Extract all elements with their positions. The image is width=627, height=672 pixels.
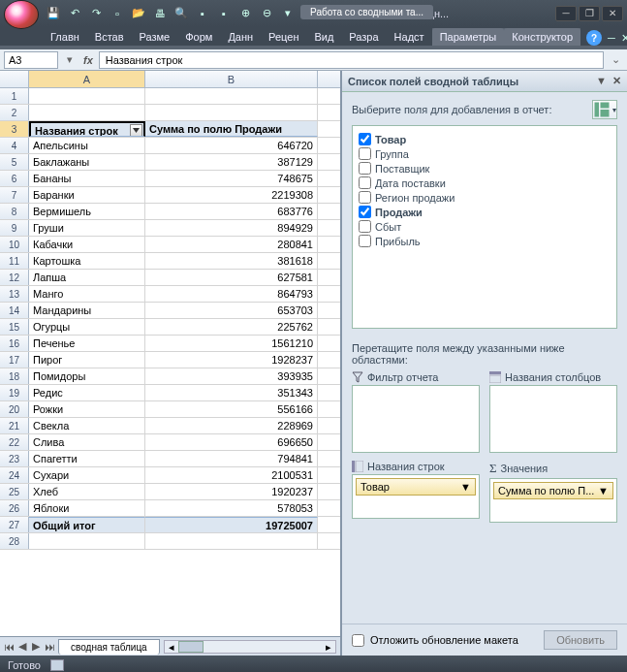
row-header[interactable]: 27 xyxy=(0,517,29,532)
row-header[interactable]: 6 xyxy=(0,171,29,186)
row-header[interactable]: 26 xyxy=(0,500,29,516)
print-icon[interactable]: 🖶 xyxy=(151,5,169,22)
tab-data[interactable]: Данн xyxy=(220,28,261,46)
cell[interactable]: 393935 xyxy=(145,368,318,384)
field-checkbox[interactable] xyxy=(359,206,371,218)
close-workbook-icon[interactable]: ✕ xyxy=(621,32,627,45)
row-header[interactable]: 15 xyxy=(0,319,29,335)
cell[interactable]: Общий итог xyxy=(29,517,145,532)
qat-icon[interactable]: ▪ xyxy=(194,5,211,22)
macro-record-icon[interactable] xyxy=(50,659,64,671)
row-header[interactable]: 19 xyxy=(0,385,29,400)
cell[interactable]: Спагетти xyxy=(29,451,145,466)
tab-insert[interactable]: Встав xyxy=(87,28,132,46)
area-cols-box[interactable] xyxy=(489,385,617,453)
cell[interactable]: 748675 xyxy=(145,171,318,186)
field-item[interactable]: Группа xyxy=(359,146,611,161)
row-header[interactable]: 14 xyxy=(0,303,29,318)
minimize-button[interactable]: ─ xyxy=(555,6,577,21)
field-item[interactable]: Прибыль xyxy=(359,234,611,248)
pane-close-icon[interactable]: ✕ xyxy=(612,75,621,87)
cell[interactable]: 696650 xyxy=(145,434,318,450)
expand-formula-icon[interactable]: ⌄ xyxy=(608,53,623,66)
area-rows-box[interactable]: Товар▼ xyxy=(352,474,480,519)
row-header[interactable]: 3 xyxy=(0,121,29,137)
row-header[interactable]: 17 xyxy=(0,352,29,368)
cell[interactable]: Огурцы xyxy=(29,319,145,335)
cell[interactable]: Груши xyxy=(29,220,145,236)
field-checkbox[interactable] xyxy=(359,220,371,233)
first-sheet-icon[interactable]: ⏮ xyxy=(2,639,16,655)
redo-icon[interactable]: ↷ xyxy=(87,5,105,22)
row-header[interactable]: 1 xyxy=(0,88,29,104)
office-button[interactable] xyxy=(4,0,39,29)
field-checkbox[interactable] xyxy=(359,191,371,204)
field-item[interactable]: Продажи xyxy=(359,205,611,219)
row-header[interactable]: 13 xyxy=(0,286,29,302)
row-header[interactable]: 28 xyxy=(0,533,29,549)
filter-dropdown-icon[interactable] xyxy=(130,124,142,137)
cell[interactable]: Сумма по полю Продажи xyxy=(145,121,318,137)
cell[interactable]: 2219308 xyxy=(145,187,318,203)
cell[interactable]: Мандарины xyxy=(29,303,145,318)
layout-options-button[interactable]: ▾ xyxy=(592,100,617,119)
tab-review[interactable]: Рецен xyxy=(261,28,306,46)
cell[interactable]: 19725007 xyxy=(145,517,318,532)
cell[interactable]: Хлеб xyxy=(29,484,145,499)
cell[interactable]: Печенье xyxy=(29,336,145,351)
new-icon[interactable]: ▫ xyxy=(109,5,126,22)
cell[interactable]: 556166 xyxy=(145,401,318,417)
cell[interactable]: Вермишель xyxy=(29,204,145,219)
cell[interactable] xyxy=(29,533,145,549)
tab-addins[interactable]: Надст xyxy=(387,28,432,46)
cell[interactable]: 794841 xyxy=(145,451,318,466)
cell[interactable]: 1928237 xyxy=(145,352,318,368)
cell[interactable]: Лапша xyxy=(29,270,145,285)
tab-developer[interactable]: Разра xyxy=(341,28,386,46)
row-header[interactable]: 20 xyxy=(0,401,29,417)
field-item[interactable]: Сбыт xyxy=(359,219,611,234)
field-item[interactable]: Дата поставки xyxy=(359,176,611,190)
cell[interactable]: Сухари xyxy=(29,467,145,483)
cell[interactable]: Слива xyxy=(29,434,145,450)
cell[interactable]: Кабачки xyxy=(29,237,145,252)
qat-icon[interactable]: ⊖ xyxy=(258,5,275,22)
cell[interactable]: 280841 xyxy=(145,237,318,252)
cell[interactable]: 864793 xyxy=(145,286,318,302)
tab-home[interactable]: Главн xyxy=(43,28,87,46)
defer-checkbox[interactable] xyxy=(352,634,364,647)
tab-options[interactable]: Параметры xyxy=(432,28,505,46)
select-all-button[interactable] xyxy=(0,71,29,87)
tab-view[interactable]: Вид xyxy=(306,28,341,46)
namebox-dropdown-icon[interactable]: ▾ xyxy=(62,53,78,66)
last-sheet-icon[interactable]: ⏭ xyxy=(43,639,56,655)
area-vals-box[interactable]: Сумма по полю П...▼ xyxy=(489,478,617,523)
cell[interactable]: 653703 xyxy=(145,303,318,318)
tab-design[interactable]: Конструктор xyxy=(504,28,580,46)
cell[interactable]: 1561210 xyxy=(145,336,318,351)
row-header[interactable]: 12 xyxy=(0,270,29,285)
row-header[interactable]: 7 xyxy=(0,187,29,203)
open-icon[interactable]: 📂 xyxy=(130,5,147,22)
cell[interactable]: Яблоки xyxy=(29,500,145,516)
save-icon[interactable]: 💾 xyxy=(45,5,62,22)
preview-icon[interactable]: 🔍 xyxy=(172,5,190,22)
cell[interactable]: Редис xyxy=(29,385,145,400)
row-header[interactable]: 18 xyxy=(0,368,29,384)
cell[interactable]: Свекла xyxy=(29,418,145,433)
area-val-item[interactable]: Сумма по полю П...▼ xyxy=(493,482,613,499)
field-item[interactable]: Товар xyxy=(359,132,611,146)
cell[interactable]: Картошка xyxy=(29,253,145,269)
scroll-right-icon[interactable]: ▸ xyxy=(322,641,335,654)
cell[interactable] xyxy=(145,533,318,549)
name-box[interactable] xyxy=(4,51,58,69)
field-checkbox[interactable] xyxy=(359,147,371,160)
cell[interactable]: 225762 xyxy=(145,319,318,335)
field-item[interactable]: Регион продажи xyxy=(359,190,611,205)
close-button[interactable]: ✕ xyxy=(602,6,623,21)
cell[interactable]: 627581 xyxy=(145,270,318,285)
row-header[interactable]: 24 xyxy=(0,467,29,483)
cell[interactable]: 894929 xyxy=(145,220,318,236)
field-item[interactable]: Поставщик xyxy=(359,161,611,176)
qat-icon[interactable]: ⊕ xyxy=(236,5,254,22)
